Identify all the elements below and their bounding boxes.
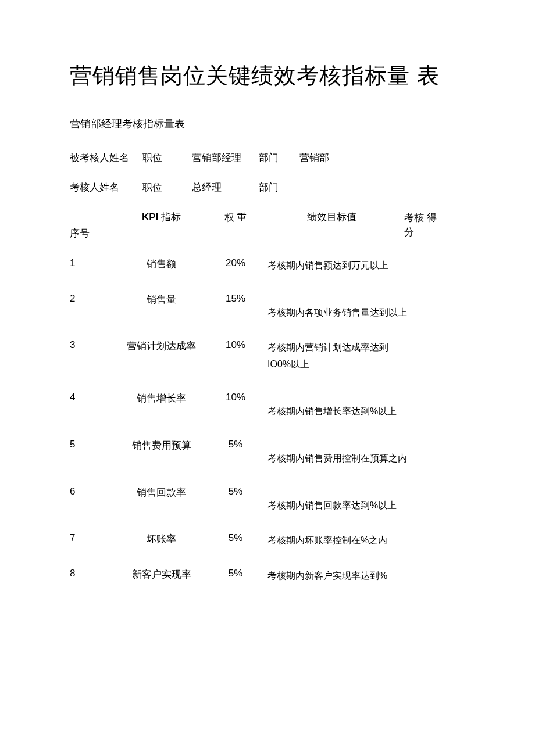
table-row: 3营销计划达成率10%考核期内营销计划达成率达到 IO0%以上 [70,339,465,373]
cell-weight: 20% [212,257,259,269]
table-row: 7坏账率5%考核期内坏账率控制在%之内 [70,532,465,549]
header-kpi-prefix: KPI [142,212,158,223]
cell-seq: 7 [70,532,110,544]
table-row: 8新客户实现率5%考核期内新客户实现率达到% [70,568,465,585]
cell-seq: 6 [70,486,110,497]
kpi-table: 序号 KPI 指标 权 重 绩效目标值 考核 得分 1销售额20%考核期内销售额… [70,210,465,585]
department-label: 部门 [259,151,299,164]
cell-target: 考核期内各项业务销售量达到以上 [259,293,410,321]
header-kpi: KPI 指标 [110,210,212,224]
cell-kpi: 销售费用预算 [110,439,212,452]
cell-target: 考核期内销售费用控制在预算之内 [259,439,410,467]
cell-seq: 2 [70,293,110,304]
header-seq: 序号 [70,210,110,240]
assessor-position-value: 总经理 [192,181,259,194]
cell-kpi: 营销计划达成率 [110,339,212,353]
cell-seq: 8 [70,568,110,579]
cell-weight: 10% [212,392,259,403]
table-header-row: 序号 KPI 指标 权 重 绩效目标值 考核 得分 [70,210,465,240]
assessee-position-value: 营销部经理 [192,151,259,164]
cell-kpi: 销售增长率 [110,392,212,405]
cell-weight: 15% [212,293,259,304]
cell-target: 考核期内新客户实现率达到% [259,568,410,585]
cell-target: 考核期内销售增长率达到%以上 [259,392,410,420]
table-row: 2销售量15%考核期内各项业务销售量达到以上 [70,293,465,321]
position-label: 职位 [142,151,192,164]
cell-weight: 5% [212,568,259,579]
assessee-info-row: 被考核人姓名 职位 营销部经理 部门 营销部 [70,151,465,164]
subtitle: 营销部经理考核指标量表 [70,117,465,131]
header-target: 绩效目标值 [259,210,404,224]
table-row: 5销售费用预算5%考核期内销售费用控制在预算之内 [70,439,465,467]
cell-weight: 5% [212,486,259,497]
cell-kpi: 坏账率 [110,532,212,546]
assessor-info-row: 考核人姓名 职位 总经理 部门 [70,181,465,194]
cell-weight: 5% [212,532,259,544]
table-row: 6销售回款率5%考核期内销售回款率达到%以上 [70,486,465,514]
header-score: 考核 得分 [404,210,445,240]
cell-kpi: 销售额 [110,257,212,271]
cell-seq: 3 [70,339,110,351]
cell-kpi: 销售量 [110,293,212,306]
position-label-2: 职位 [142,181,192,194]
table-row: 1销售额20%考核期内销售额达到万元以上 [70,257,465,274]
cell-weight: 10% [212,339,259,351]
cell-target: 考核期内坏账率控制在%之内 [259,532,410,549]
cell-kpi: 新客户实现率 [110,568,212,581]
page-title: 营销销售岗位关键绩效考核指标量 表 [70,58,465,94]
cell-seq: 5 [70,439,110,450]
cell-seq: 1 [70,257,110,269]
header-weight: 权 重 [212,210,259,225]
table-row: 4销售增长率10%考核期内销售增长率达到%以上 [70,392,465,420]
department-label-2: 部门 [259,181,299,194]
assessor-name-label: 考核人姓名 [70,181,142,194]
cell-target: 考核期内销售回款率达到%以上 [259,486,410,514]
cell-target: 考核期内营销计划达成率达到 IO0%以上 [259,339,410,373]
cell-kpi: 销售回款率 [110,486,212,499]
cell-seq: 4 [70,392,110,403]
cell-target: 考核期内销售额达到万元以上 [259,257,410,274]
cell-weight: 5% [212,439,259,450]
header-kpi-suffix: 指标 [158,212,181,223]
assessee-name-label: 被考核人姓名 [70,151,142,164]
assessee-department-value: 营销部 [299,151,329,164]
